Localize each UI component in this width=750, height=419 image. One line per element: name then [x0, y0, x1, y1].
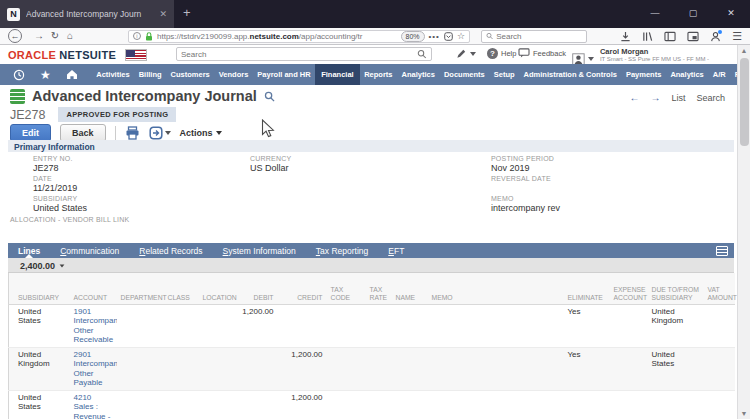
reload-icon[interactable]: ↻ — [49, 28, 61, 44]
home-icon[interactable]: ⌂ — [64, 28, 76, 44]
col-memo: MEMO — [428, 273, 564, 304]
cell-subsidiary: United States — [9, 390, 70, 419]
field-label: SUBSIDIARY — [33, 195, 87, 203]
next-record-icon[interactable]: → — [650, 92, 660, 103]
account-icon[interactable] — [710, 31, 721, 42]
cell-eliminate — [564, 390, 610, 419]
browser-search-input[interactable] — [496, 32, 582, 41]
page-scrollbar[interactable]: ▲ ▼ — [737, 45, 750, 419]
printer-icon[interactable] — [125, 126, 140, 140]
col-tax-code: TAX CODE — [327, 273, 366, 304]
feedback-button[interactable]: Feedback — [518, 48, 566, 58]
cell-debit — [238, 390, 278, 419]
back-icon[interactable]: ← — [8, 29, 22, 43]
picture-in-picture-icon[interactable] — [687, 31, 699, 42]
nav-item-financial[interactable]: Financial — [315, 64, 360, 85]
nav-item-documents[interactable]: Documents — [439, 64, 489, 85]
browser-toolbar: ← → ↻ ⌂ i https://tstdrv2190099.app.nets… — [0, 28, 750, 45]
nav-item-payroll[interactable]: Payroll and HR — [253, 64, 315, 85]
allocation-vendor-bill-link-label: ALLOCATION - VENDOR BILL LINK — [10, 216, 129, 223]
scrollbar-thumb[interactable] — [740, 58, 749, 146]
library-icon[interactable] — [642, 31, 653, 42]
prev-record-icon[interactable]: ← — [629, 92, 639, 103]
tab-system-information[interactable]: System Information — [213, 243, 306, 258]
nav-item-reports[interactable]: Reports — [360, 64, 397, 85]
help-button[interactable]: ? Help — [487, 48, 516, 59]
ns-home-icon[interactable] — [66, 69, 78, 80]
help-icon: ? — [487, 48, 498, 59]
shortcuts-star-icon[interactable]: ★ — [40, 68, 51, 82]
nav-item-payments[interactable]: Payments — [621, 64, 665, 85]
account-link[interactable]: 2901 Intercompany Other Payable — [70, 347, 117, 390]
tab-related-records[interactable]: Related Records — [129, 243, 212, 258]
nav-item-vendors[interactable]: Vendors — [214, 64, 253, 85]
new-tab-icon[interactable]: + — [183, 5, 191, 20]
cell-debit: 1,200.00 — [238, 304, 278, 347]
field-column-2: CURRENCYUS Dollar — [250, 155, 291, 175]
lock-icon[interactable] — [145, 32, 153, 41]
us-flag-icon[interactable] — [125, 49, 147, 61]
sublist-layout-icon[interactable] — [716, 246, 728, 256]
field-label: REVERSAL DATE — [491, 175, 560, 183]
cell-subsidiary: United States — [9, 304, 70, 347]
site-info-icon[interactable]: i — [133, 32, 141, 40]
close-icon[interactable]: ✕ — [712, 0, 750, 28]
export-button[interactable] — [149, 126, 171, 140]
menu-icon[interactable]: ☰ — [732, 30, 742, 43]
tab-tax-reporting[interactable]: Tax Reporting — [306, 243, 378, 258]
bookmark-star-icon[interactable]: ☆ — [457, 31, 465, 41]
tab-lines[interactable]: Lines — [8, 243, 50, 258]
nav-item-admin-controls[interactable]: Administration & Controls — [519, 64, 621, 85]
page-zoom-badge[interactable]: 80% — [401, 31, 425, 42]
account-link[interactable]: 4210 Sales : Revenue - Services — [70, 390, 117, 419]
cell-credit — [278, 304, 327, 347]
tab-close-icon[interactable]: ✕ — [159, 9, 167, 19]
col-department: DEPARTMENT — [117, 273, 164, 304]
url-bar[interactable]: i https://tstdrv2190099.app.netsuite.com… — [128, 30, 470, 44]
page-title: Advanced Intercompany Journal — [32, 88, 257, 104]
tab-eft[interactable]: EFT — [378, 243, 414, 258]
browser-search-field[interactable] — [481, 30, 587, 44]
nav-item-activities[interactable]: Activities — [92, 64, 134, 85]
list-link[interactable]: List — [671, 93, 685, 103]
nav-item-customers[interactable]: Customers — [166, 64, 214, 85]
recent-records-icon[interactable] — [13, 69, 25, 81]
nav-item-analytics-2[interactable]: Analytics — [666, 64, 708, 85]
field-value: United States — [33, 203, 87, 213]
tab-communication[interactable]: Communication — [50, 243, 129, 258]
nav-item-setup[interactable]: Setup — [489, 64, 519, 85]
minimize-icon[interactable]: — — [636, 0, 674, 28]
primary-information-header: Primary Information — [8, 140, 734, 152]
cell-debit — [238, 347, 278, 390]
downloads-icon[interactable] — [620, 31, 631, 42]
lines-total-dropdown[interactable]: 2,400.00 — [8, 258, 734, 273]
actions-button[interactable]: Actions — [180, 128, 222, 138]
user-name: Carol Morgan — [600, 48, 737, 56]
cell-credit: 1,200.00 — [278, 347, 327, 390]
search-link[interactable]: Search — [696, 93, 725, 103]
table-row: United States 1901 Intercompany Other Re… — [9, 304, 735, 347]
browser-tab[interactable]: N Advanced Intercompany Journ ✕ — [0, 0, 174, 28]
scroll-down-icon[interactable]: ▼ — [738, 410, 750, 417]
page-actions-icon[interactable]: ••• — [429, 32, 440, 41]
nav-item-ar[interactable]: A/R — [708, 64, 730, 85]
global-search-input[interactable] — [181, 50, 417, 59]
scroll-up-icon[interactable]: ▲ — [738, 47, 750, 54]
url-text: https://tstdrv2190099.app.netsuite.com/a… — [157, 32, 397, 41]
search-icon[interactable] — [417, 49, 427, 59]
pocket-icon[interactable] — [444, 32, 453, 41]
title-search-icon[interactable] — [264, 91, 275, 102]
forward-icon[interactable]: → — [33, 28, 45, 44]
oracle-netsuite-logo: ORACLENETSUITE — [8, 49, 116, 61]
field-column-3: POSTING PERIODNov 2019 REVERSAL DATE MEM… — [491, 155, 560, 215]
field-value: JE278 — [33, 163, 87, 173]
quick-create-icon — [456, 48, 467, 59]
account-link[interactable]: 1901 Intercompany Other Receivable — [70, 304, 117, 347]
global-search-field[interactable] — [176, 47, 432, 61]
netsuite-header: ORACLENETSUITE ? Help Feedback — [0, 45, 737, 64]
maximize-icon[interactable]: ▢ — [674, 0, 712, 28]
quick-create-button[interactable] — [456, 48, 476, 59]
nav-item-billing[interactable]: Billing — [134, 64, 166, 85]
nav-item-analytics[interactable]: Analytics — [397, 64, 439, 85]
sidebar-icon[interactable] — [664, 31, 676, 42]
